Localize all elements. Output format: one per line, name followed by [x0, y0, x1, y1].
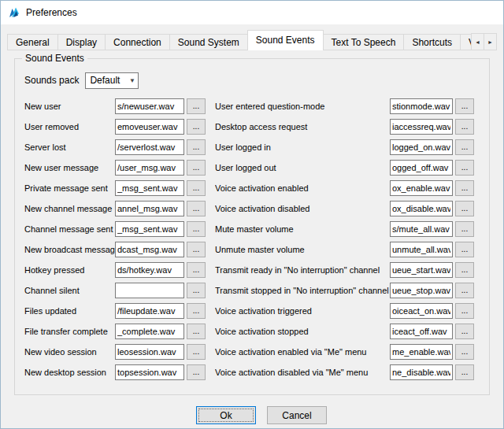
- window-title: Preferences: [26, 7, 77, 18]
- event-label: Channel silent: [24, 286, 115, 295]
- browse-button[interactable]: ...: [187, 364, 206, 380]
- sound-file-input[interactable]: [115, 201, 184, 216]
- sound-file-input[interactable]: [390, 180, 453, 196]
- browse-button[interactable]: ...: [187, 201, 206, 216]
- sound-file-input[interactable]: [115, 262, 184, 278]
- sound-file-input[interactable]: [390, 119, 453, 135]
- browse-button[interactable]: ...: [455, 160, 474, 176]
- sound-file-input[interactable]: [390, 201, 453, 216]
- browse-button[interactable]: ...: [455, 303, 474, 319]
- tab-text-to-speech[interactable]: Text To Speech: [323, 34, 405, 50]
- sound-event-row: Channel silent...Transmit stopped in "No…: [15, 280, 489, 301]
- sounds-pack-row: Sounds pack Default ▼: [24, 72, 489, 89]
- browse-button[interactable]: ...: [455, 221, 474, 237]
- event-label: User logged out: [215, 163, 390, 172]
- sound-event-row: Channel message sent...Mute master volum…: [15, 219, 489, 239]
- sound-file-input[interactable]: [115, 180, 184, 196]
- sound-file-input[interactable]: [115, 303, 184, 319]
- tab-shortcuts[interactable]: Shortcuts: [403, 34, 461, 50]
- browse-button[interactable]: ...: [187, 283, 206, 298]
- sound-file-input[interactable]: [115, 139, 184, 155]
- browse-button[interactable]: ...: [187, 262, 206, 278]
- browse-button[interactable]: ...: [455, 180, 474, 196]
- event-label: Voice activation disabled via "Me" menu: [215, 368, 390, 377]
- sound-event-row: New user...User entered question-mode...: [15, 96, 489, 116]
- browse-button[interactable]: ...: [187, 160, 206, 176]
- event-label: New video session: [24, 347, 115, 357]
- browse-button[interactable]: ...: [455, 324, 474, 339]
- title-bar: Preferences: [1, 1, 503, 24]
- event-label: User entered question-mode: [215, 102, 390, 111]
- tab-sound-events[interactable]: Sound Events: [247, 30, 324, 50]
- event-label: Transmit ready in "No interruption" chan…: [215, 265, 390, 275]
- sound-file-input[interactable]: [115, 98, 184, 114]
- sound-file-input[interactable]: [115, 119, 184, 135]
- tab-scroll-right-icon[interactable]: ►: [484, 33, 497, 50]
- event-label: Voice activation stopped: [215, 327, 390, 336]
- tab-sound-system[interactable]: Sound System: [169, 34, 248, 50]
- browse-button[interactable]: ...: [455, 262, 474, 278]
- browse-button[interactable]: ...: [455, 242, 474, 257]
- tab-display[interactable]: Display: [57, 34, 106, 50]
- sound-file-input[interactable]: [390, 303, 453, 319]
- sound-file-input[interactable]: [115, 160, 184, 176]
- sound-file-input[interactable]: [115, 242, 184, 257]
- browse-button[interactable]: ...: [187, 242, 206, 257]
- browse-button[interactable]: ...: [455, 201, 474, 216]
- sound-file-input[interactable]: [390, 221, 453, 237]
- tab-connection[interactable]: Connection: [105, 34, 170, 50]
- event-label: Voice activation enabled via "Me" menu: [215, 347, 390, 357]
- browse-button[interactable]: ...: [187, 303, 206, 319]
- sound-file-input[interactable]: [115, 324, 184, 339]
- browse-button[interactable]: ...: [187, 344, 206, 360]
- sound-file-input[interactable]: [390, 160, 453, 176]
- browse-button[interactable]: ...: [187, 180, 206, 196]
- tab-bar: ◄ ► GeneralDisplayConnectionSound System…: [7, 30, 497, 50]
- browse-button[interactable]: ...: [455, 139, 474, 155]
- event-label: New broadcast message: [24, 245, 115, 254]
- event-label: Voice activation enabled: [215, 183, 390, 193]
- ok-button[interactable]: Ok: [196, 406, 256, 424]
- sound-file-input[interactable]: [390, 283, 453, 298]
- sound-file-input[interactable]: [390, 344, 453, 360]
- browse-button[interactable]: ...: [187, 119, 206, 135]
- event-label: User removed: [24, 122, 115, 131]
- browse-button[interactable]: ...: [187, 139, 206, 155]
- sound-event-row: Hotkey pressed...Transmit ready in "No i…: [15, 260, 489, 280]
- sounds-pack-value: Default: [90, 75, 126, 86]
- sound-file-input[interactable]: [115, 283, 184, 298]
- browse-button[interactable]: ...: [455, 283, 474, 298]
- sound-event-row: New video session...Voice activation ena…: [15, 342, 489, 362]
- browse-button[interactable]: ...: [187, 221, 206, 237]
- browse-button[interactable]: ...: [187, 98, 206, 114]
- sounds-pack-select[interactable]: Default ▼: [85, 72, 139, 89]
- sound-file-input[interactable]: [115, 221, 184, 237]
- sound-file-input[interactable]: [390, 98, 453, 114]
- event-label: Hotkey pressed: [24, 265, 115, 275]
- cancel-button[interactable]: Cancel: [267, 406, 327, 424]
- event-label: New user: [24, 102, 115, 111]
- event-label: Files updated: [24, 306, 115, 316]
- tab-general[interactable]: General: [7, 34, 58, 50]
- browse-button[interactable]: ...: [455, 98, 474, 114]
- event-label: Channel message sent: [24, 224, 115, 234]
- sound-file-input[interactable]: [115, 344, 184, 360]
- browse-button[interactable]: ...: [455, 344, 474, 360]
- event-label: Desktop access request: [215, 122, 390, 131]
- preferences-window: Preferences ◄ ► GeneralDisplayConnection…: [0, 0, 504, 429]
- sound-file-input[interactable]: [390, 242, 453, 257]
- sound-file-input[interactable]: [390, 324, 453, 339]
- sound-event-row: User removed...Desktop access request...: [15, 116, 489, 137]
- sound-file-input[interactable]: [390, 139, 453, 155]
- browse-button[interactable]: ...: [455, 119, 474, 135]
- event-label: New user message: [24, 163, 115, 172]
- sound-file-input[interactable]: [390, 364, 453, 380]
- sound-file-input[interactable]: [115, 364, 184, 380]
- browse-button[interactable]: ...: [187, 324, 206, 339]
- sound-event-row: Files updated...Voice activation trigger…: [15, 301, 489, 321]
- sound-file-input[interactable]: [390, 262, 453, 278]
- tab-scroll-left-icon[interactable]: ◄: [471, 33, 484, 50]
- group-title: Sound Events: [22, 53, 87, 64]
- sound-event-row: File transfer complete...Voice activatio…: [15, 321, 489, 342]
- browse-button[interactable]: ...: [455, 364, 474, 380]
